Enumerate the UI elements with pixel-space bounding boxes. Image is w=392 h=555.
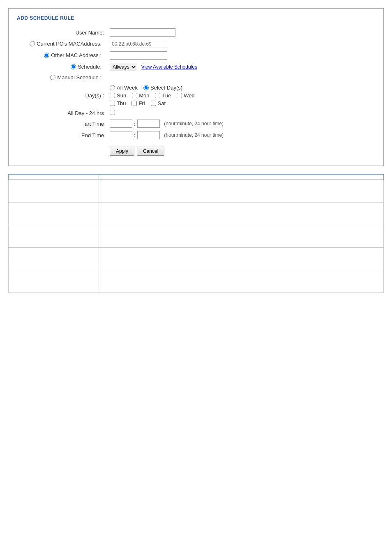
apply-button[interactable]: Apply (110, 147, 134, 156)
table-cell-right-3 (99, 225, 384, 248)
table-cell-left-1 (9, 180, 99, 203)
manual-schedule-row: Manual Schedule : (17, 73, 375, 83)
cancel-button[interactable]: Cancel (137, 147, 164, 156)
button-row: Apply Cancel (110, 147, 373, 156)
start-time-inputs: : (hour:minute, 24 hour time) (110, 120, 373, 128)
manual-schedule-radio[interactable] (50, 75, 55, 80)
start-minute-input[interactable] (137, 120, 160, 128)
current-mac-row: Current PC's MACAddress: (17, 38, 375, 50)
schedule-row: Schedule: Allways View Available Schedul… (17, 61, 375, 73)
table-row (9, 203, 384, 225)
thu-checkbox-label[interactable]: Thu (110, 100, 126, 106)
table-cell-left-2 (9, 203, 99, 225)
user-name-label: User Name: (17, 27, 107, 38)
table-header-col1 (9, 175, 99, 180)
start-time-label: art Time (17, 118, 107, 129)
table-cell-left-4 (9, 248, 99, 270)
tue-checkbox-label[interactable]: Tue (155, 92, 171, 99)
start-time-row: art Time : (hour:minute, 24 hour time) (17, 118, 375, 129)
start-time-hint: (hour:minute, 24 hour time) (164, 121, 224, 127)
table-header-row (9, 175, 384, 180)
table-row (9, 225, 384, 248)
wed-checkbox[interactable] (177, 93, 182, 98)
user-name-input[interactable] (110, 28, 175, 37)
end-time-separator: : (134, 132, 136, 138)
manual-schedule-radio-label[interactable]: Manual Schedule : (50, 74, 101, 81)
other-mac-row: Other MAC Address : (17, 50, 375, 61)
other-mac-radio-label[interactable]: Other MAC Address : (44, 52, 101, 58)
fri-checkbox[interactable] (131, 101, 137, 106)
day-options-row: All Week Select Day(s) (110, 85, 373, 91)
main-container: ADD SCHEDULE RULE User Name: Current PC'… (8, 8, 384, 293)
form-table: User Name: Current PC's MACAddress: (17, 27, 375, 157)
select-days-radio-label[interactable]: Select Day(s) (143, 85, 182, 91)
user-name-value (107, 27, 375, 38)
sun-checkbox[interactable] (110, 93, 115, 98)
schedule-select[interactable]: Allways (110, 63, 137, 71)
user-name-row: User Name: (17, 27, 375, 38)
table-row (9, 180, 384, 203)
table-cell-left-3 (9, 225, 99, 248)
end-minute-input[interactable] (137, 131, 160, 139)
table-header-col2 (99, 175, 384, 180)
data-table (8, 174, 384, 293)
all-week-radio-label[interactable]: All Week (110, 85, 138, 91)
end-time-row: End Time : (hour:minute, 24 hour time) (17, 129, 375, 141)
other-mac-label: Other MAC Address : (17, 50, 107, 61)
other-mac-radio[interactable] (44, 53, 49, 58)
end-time-inputs: : (hour:minute, 24 hour time) (110, 131, 373, 139)
table-cell-right-2 (99, 203, 384, 225)
end-time-label: End Time (17, 129, 107, 141)
sat-checkbox-label[interactable]: Sat (151, 100, 166, 106)
table-cell-right-4 (99, 248, 384, 270)
day-checkboxes-row1: Sun Mon Tue Wed (110, 92, 373, 99)
schedule-radio[interactable] (71, 64, 76, 69)
mon-checkbox-label[interactable]: Mon (132, 92, 149, 99)
current-mac-radio[interactable] (30, 41, 35, 46)
table-row (9, 248, 384, 270)
table-row (9, 270, 384, 293)
table-cell-left-5 (9, 270, 99, 293)
all-day-checkbox[interactable] (110, 110, 115, 115)
select-days-radio[interactable] (143, 85, 149, 90)
current-mac-label: Current PC's MACAddress: (17, 38, 107, 50)
day-checkboxes-row2: Thu Fri Sat (110, 100, 373, 106)
start-time-separator: : (134, 121, 136, 127)
view-schedules-link[interactable]: View Available Schedules (141, 64, 197, 70)
sun-checkbox-label[interactable]: Sun (110, 92, 126, 99)
table-cell-right-1 (99, 180, 384, 203)
manual-schedule-label: Manual Schedule : (17, 73, 107, 83)
thu-checkbox[interactable] (110, 101, 115, 106)
end-time-hint: (hour:minute, 24 hour time) (164, 132, 224, 138)
current-mac-input[interactable] (110, 40, 167, 48)
schedule-rule-box: ADD SCHEDULE RULE User Name: Current PC'… (8, 8, 384, 166)
schedule-label: Schedule: (17, 61, 107, 73)
buttons-row: Apply Cancel (17, 141, 375, 157)
other-mac-input[interactable] (110, 51, 167, 60)
all-week-radio[interactable] (110, 85, 115, 90)
current-mac-value (107, 38, 375, 50)
end-hour-input[interactable] (110, 131, 132, 139)
all-day-label: All Day - 24 hrs (17, 108, 107, 118)
days-label: Day(s) : (17, 83, 107, 108)
fri-checkbox-label[interactable]: Fri (131, 100, 145, 106)
start-hour-input[interactable] (110, 120, 132, 128)
current-mac-radio-label[interactable]: Current PC's MACAddress: (30, 41, 101, 47)
mon-checkbox[interactable] (132, 93, 137, 98)
days-row: Day(s) : All Week Select Day(s) (17, 83, 375, 108)
section-title: ADD SCHEDULE RULE (17, 15, 375, 21)
schedule-radio-label[interactable]: Schedule: (71, 64, 101, 70)
table-cell-right-5 (99, 270, 384, 293)
tue-checkbox[interactable] (155, 93, 160, 98)
wed-checkbox-label[interactable]: Wed (177, 92, 195, 99)
sat-checkbox[interactable] (151, 101, 156, 106)
all-day-row: All Day - 24 hrs (17, 108, 375, 118)
